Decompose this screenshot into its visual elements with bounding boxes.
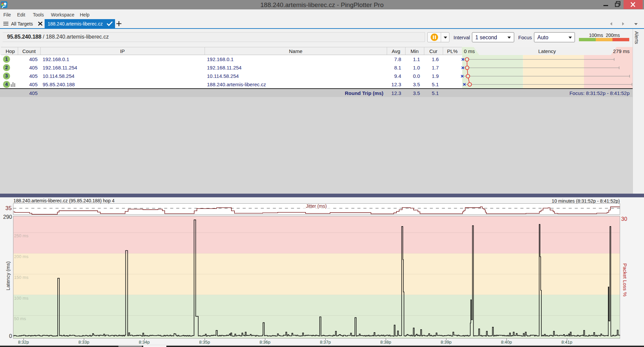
- svg-text:35: 35: [5, 205, 12, 211]
- svg-text:250 ms: 250 ms: [14, 233, 29, 238]
- svg-text:30: 30: [621, 216, 627, 222]
- svg-text:Packet Loss %: Packet Loss %: [622, 263, 628, 296]
- svg-text:290: 290: [3, 214, 12, 220]
- svg-text:Jitter (ms): Jitter (ms): [306, 203, 327, 209]
- svg-text:0: 0: [9, 333, 12, 339]
- svg-text:0 ms: 0 ms: [464, 48, 475, 54]
- svg-text:150 ms: 150 ms: [14, 275, 29, 280]
- svg-text:Latency (ms): Latency (ms): [5, 261, 11, 291]
- svg-text:200 ms: 200 ms: [14, 254, 29, 259]
- svg-text:279 ms: 279 ms: [613, 48, 630, 54]
- svg-text:Latency: Latency: [538, 48, 556, 54]
- svg-text:100 ms: 100 ms: [14, 296, 29, 301]
- svg-text:50 ms: 50 ms: [14, 316, 26, 321]
